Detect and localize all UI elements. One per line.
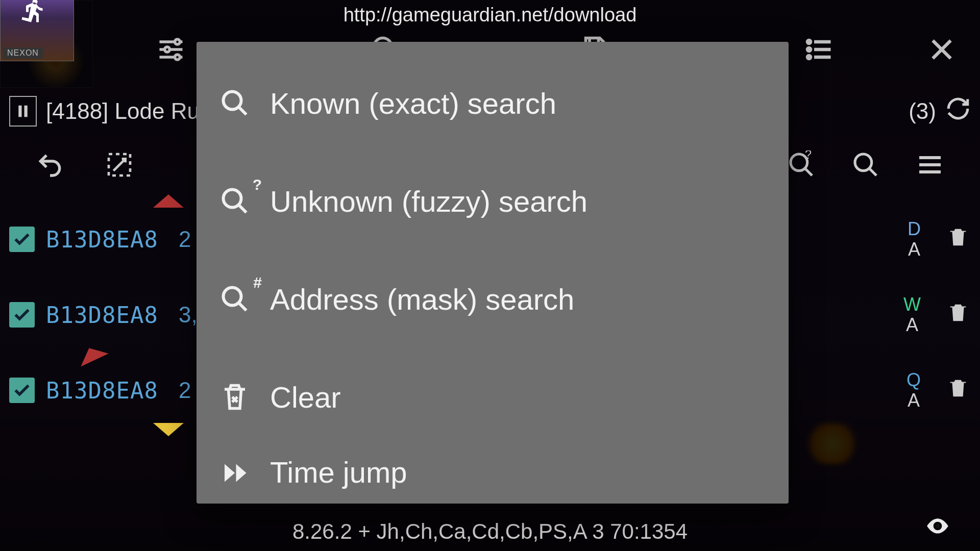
settings-sliders-icon[interactable] bbox=[153, 32, 189, 67]
svg-point-16 bbox=[224, 288, 241, 306]
delete-row-button[interactable] bbox=[946, 224, 970, 255]
hamburger-icon bbox=[916, 151, 944, 179]
trash-icon bbox=[946, 375, 970, 400]
row-value: 2 bbox=[179, 378, 191, 403]
address-value: B13D8EA8 bbox=[46, 227, 158, 253]
row-value: 3, bbox=[179, 302, 198, 328]
menu-item-time-jump[interactable]: Time jump bbox=[197, 446, 789, 504]
menu-item-label: Clear bbox=[270, 380, 341, 414]
search-menu: Known (exact) search ? Unknown (fuzzy) s… bbox=[197, 42, 789, 504]
refresh-icon bbox=[945, 96, 971, 121]
menu-button[interactable] bbox=[916, 151, 944, 181]
fast-forward-icon bbox=[217, 455, 253, 491]
delete-row-button[interactable] bbox=[946, 299, 970, 330]
svg-point-12 bbox=[855, 154, 872, 171]
process-label[interactable]: [4188] Lode Run bbox=[46, 98, 212, 124]
undo-button[interactable] bbox=[36, 151, 64, 181]
list-tab-icon[interactable] bbox=[801, 32, 837, 67]
target-app-thumbnail[interactable]: G G NEXON bbox=[0, 0, 74, 61]
svg-point-15 bbox=[224, 190, 241, 208]
svg-point-4 bbox=[807, 40, 811, 43]
row-checkbox[interactable] bbox=[9, 302, 35, 328]
fuzzy-search-button[interactable]: ? bbox=[787, 151, 816, 181]
result-count: (3) bbox=[909, 98, 936, 124]
visibility-toggle[interactable] bbox=[921, 513, 954, 541]
select-region-button[interactable] bbox=[105, 151, 134, 181]
undo-icon bbox=[36, 151, 64, 179]
publisher-label: NEXON bbox=[3, 47, 43, 59]
svg-point-2 bbox=[175, 55, 180, 60]
search-hash-icon: # bbox=[217, 281, 253, 317]
pause-button[interactable] bbox=[9, 96, 37, 127]
search-question-icon: ? bbox=[787, 151, 816, 179]
menu-item-clear[interactable]: Clear bbox=[197, 348, 789, 446]
row-checkbox[interactable] bbox=[9, 378, 35, 403]
svg-point-14 bbox=[224, 92, 241, 110]
selection-icon bbox=[105, 151, 134, 179]
type-flags: D A bbox=[908, 219, 921, 259]
menu-item-label: Address (mask) search bbox=[270, 282, 574, 316]
close-icon[interactable] bbox=[924, 32, 960, 67]
download-url: http://gameguardian.net/download bbox=[0, 4, 980, 26]
check-icon bbox=[12, 230, 32, 249]
check-icon bbox=[12, 381, 32, 400]
svg-point-13 bbox=[936, 524, 940, 528]
menu-item-label: Unknown (fuzzy) search bbox=[270, 184, 587, 218]
pause-icon bbox=[15, 102, 31, 121]
check-icon bbox=[12, 305, 32, 324]
svg-point-6 bbox=[807, 56, 811, 59]
menu-item-unknown-search[interactable]: ? Unknown (fuzzy) search bbox=[197, 152, 789, 250]
trash-icon bbox=[946, 299, 970, 325]
row-value: 2 bbox=[179, 227, 191, 252]
trash-icon bbox=[946, 224, 970, 249]
decrease-indicator-icon bbox=[153, 423, 184, 436]
menu-item-known-search[interactable]: Known (exact) search bbox=[197, 54, 789, 152]
svg-text:?: ? bbox=[805, 151, 812, 161]
menu-item-address-search[interactable]: # Address (mask) search bbox=[197, 250, 789, 348]
delete-row-button[interactable] bbox=[946, 375, 970, 406]
svg-rect-8 bbox=[24, 106, 28, 117]
svg-point-0 bbox=[175, 39, 180, 44]
increase-indicator-icon bbox=[153, 194, 184, 208]
svg-point-1 bbox=[165, 47, 170, 52]
eye-icon bbox=[921, 513, 954, 539]
menu-item-label: Known (exact) search bbox=[270, 86, 556, 120]
search-icon bbox=[851, 151, 880, 179]
row-checkbox[interactable] bbox=[9, 227, 35, 252]
svg-rect-7 bbox=[18, 106, 21, 117]
address-value: B13D8EA8 bbox=[46, 302, 158, 328]
type-flags: Q A bbox=[906, 370, 921, 410]
address-value: B13D8EA8 bbox=[46, 378, 158, 404]
type-flags: W A bbox=[903, 294, 921, 335]
refresh-button[interactable] bbox=[945, 96, 971, 127]
search-question-icon: ? bbox=[217, 183, 253, 219]
status-bar: 8.26.2 + Jh,Ch,Ca,Cd,Cb,PS,A 3 70:1354 bbox=[0, 519, 980, 544]
search-button[interactable] bbox=[851, 151, 880, 181]
trash-clear-icon bbox=[217, 379, 253, 415]
search-icon bbox=[217, 85, 253, 121]
svg-point-5 bbox=[807, 48, 811, 51]
menu-item-label: Time jump bbox=[270, 455, 407, 489]
runner-icon bbox=[18, 0, 49, 31]
